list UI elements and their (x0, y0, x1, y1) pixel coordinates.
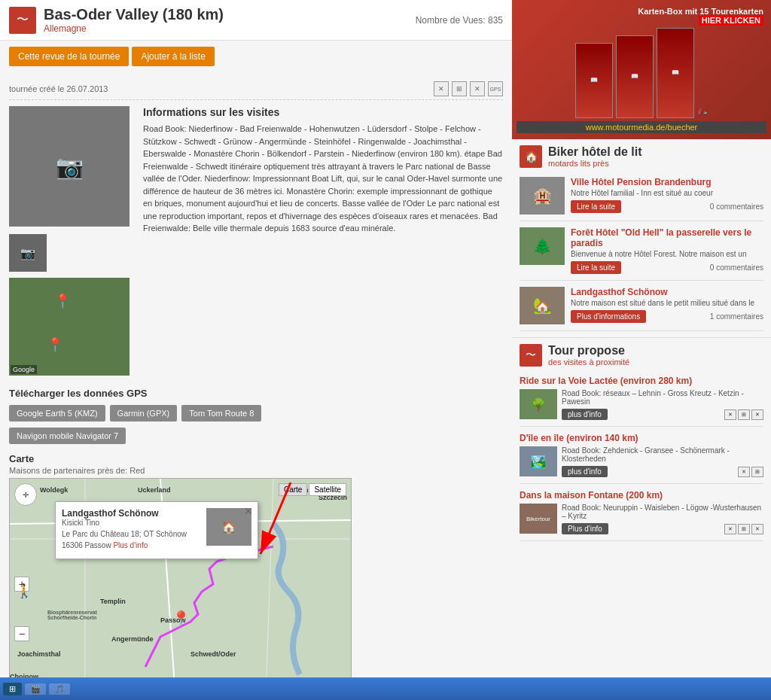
biker-hotel-title: Biker hôtel de lit (548, 145, 641, 159)
views-label: Nombre de Vues: (416, 15, 486, 26)
popup-more-link[interactable]: Plus d'info (113, 541, 148, 549)
tour-created-label: tournée créé le 26.07.2013 (9, 84, 108, 93)
tour-link-title-1[interactable]: Ride sur la Voie Lactée (environ 280 km) (520, 376, 763, 386)
gps-btn-navigon[interactable]: Navigon mobile Navigator 7 (9, 428, 126, 444)
biker-hotel-icon: 🏠 (520, 145, 542, 168)
tour-icon-e: ⊞ (751, 467, 763, 477)
ad-subtitle: Karten-Box mit 15 Tourenkarten HIER KLIC… (517, 7, 766, 25)
hotel-comments-3: 1 commentaires (710, 312, 763, 321)
hotel-item-1: 🏨 Ville Hôtel Pension Brandenburg Notre … (520, 171, 763, 221)
views-count: 835 (488, 15, 503, 26)
popup-contact: Kisicki Tino (62, 519, 202, 527)
gps-btn-kmz[interactable]: Google Earth 5 (KMZ) (9, 405, 105, 422)
hotel-name-2[interactable]: Forêt Hôtel "Old Hell" la passerelle ver… (571, 227, 763, 248)
hotel-thumb-2: 🌲 (520, 227, 565, 265)
taskbar: ⊞ 🎬 🎵 (0, 677, 771, 700)
tour-link-2: D'île en île (environ 140 km) 🏞️ Road Bo… (520, 427, 763, 484)
review-button[interactable]: Cette revue de la tournée (9, 47, 129, 66)
map-info-popup: ✕ Landgasthof Schönow Kisicki Tino Le Pa… (55, 501, 258, 559)
tour-propose-icon: 〜 (520, 344, 542, 367)
gps-btn-gpx[interactable]: Garmin (GPX) (110, 405, 178, 422)
map-thumbnail[interactable]: 📍 📍 Google (9, 278, 130, 376)
tour-icon-2: ⊞ (452, 81, 467, 96)
main-photo: 📷 (9, 106, 130, 227)
map-zoom-out[interactable]: − (14, 626, 29, 641)
tour-created-bar: tournée créé le 26.07.2013 ✕ ⊞ ✕ GPS (9, 78, 503, 100)
tour-icon-a: ✕ (724, 409, 736, 420)
gps-title: Télécharger les données GPS (9, 388, 503, 399)
biker-hotel-section: 🏠 Biker hôtel de lit motards lits près 🏨… (512, 139, 771, 338)
biker-hotel-subtitle: motards lits près (548, 159, 641, 168)
hotel-comments-2: 0 commentaires (710, 263, 763, 272)
tour-desc-1: Road Book: réseaux – Lehnin - Gross Kreu… (562, 389, 763, 406)
tour-icon-f: ✕ (724, 524, 736, 534)
hotel-thumb-1: 🏨 (520, 177, 565, 215)
info-title: Informations sur les visites (143, 106, 503, 118)
map-label-schwedt: Schwedt/Oder (190, 650, 236, 658)
popup-postal: 16306 Passow Plus d'info (62, 541, 202, 549)
ad-url: www.motourmedia.de/buecher (517, 121, 766, 133)
hotel-name-1[interactable]: Ville Hôtel Pension Brandenburg (571, 177, 763, 187)
tour-icon-h: ✕ (751, 524, 763, 534)
carte-subtitle: Maisons de partenaires près de: Red (9, 466, 503, 475)
popup-hotel-name: Landgasthof Schönow (62, 508, 202, 519)
hotel-btn-2[interactable]: Lire la suite (571, 261, 621, 274)
hotel-desc-2: Bienvenue à notre Hôtel Forest. Notre ma… (571, 250, 763, 258)
carte-section: Carte Maisons de partenaires près de: Re… (9, 450, 503, 699)
tour-icon-b: ⊞ (738, 409, 750, 420)
tour-icon-3: ✕ (470, 81, 485, 96)
hotel-item-3: 🏡 Landgasthof Schönow Notre maison est s… (520, 281, 763, 331)
taskbar-start[interactable]: ⊞ (3, 683, 22, 695)
map-container: Carte Satellite ✛ + − 🚶 📍 (9, 478, 352, 696)
tour-btn-1[interactable]: plus d'info (562, 409, 608, 420)
map-label-biosphere: BiosphärenreservatSchorfheide-Chorin (47, 610, 97, 620)
tour-link-title-2[interactable]: D'île en île (environ 140 km) (520, 433, 763, 443)
hotel-comments-1: 0 commentaires (710, 202, 763, 211)
hotel-item-2: 🌲 Forêt Hôtel "Old Hell" la passerelle v… (520, 221, 763, 281)
map-label-templin: Templin (100, 598, 126, 605)
tour-desc-3: Road Book: Neuruppin - Waisleben - Lögow… (562, 504, 763, 520)
tour-link-3: Dans la maison Fontane (200 km) Bikertou… (520, 484, 763, 541)
site-icon: 〜 (9, 7, 36, 34)
map-marker-passow: 📍 (172, 610, 190, 628)
thumb-photo-1[interactable]: 📷 (9, 234, 47, 272)
info-text: Road Book: Niederfinow - Bad Freienwalde… (143, 123, 503, 235)
hotel-desc-1: Notre Hôtel familial - Inn est situé au … (571, 189, 763, 197)
breadcrumb-link[interactable]: Allemagne (44, 23, 87, 34)
tour-icon-1: ✕ (434, 81, 449, 96)
tour-thumb-3: Bikertour (520, 504, 557, 534)
svg-line-7 (261, 482, 291, 554)
map-navigate-control[interactable]: ✛ (14, 483, 37, 506)
map-label-woldegk: Woldegk (40, 486, 68, 494)
popup-close-btn[interactable]: ✕ (244, 505, 253, 517)
taskbar-item-1[interactable]: 🎬 (25, 683, 46, 695)
hotel-thumb-3: 🏡 (520, 287, 565, 324)
tour-propose-title: Tour propose (548, 344, 629, 358)
page-title: Bas-Oder Valley (180 km) (44, 6, 224, 23)
gps-section: Télécharger les données GPS Google Earth… (9, 382, 503, 450)
ad-cta: HIER KLICKEN (699, 15, 763, 26)
tour-btn-3[interactable]: Plus d'info (562, 523, 608, 534)
tour-btn-2[interactable]: plus d'info (562, 466, 608, 477)
tour-propose-subtitle: des visites à proximité (548, 358, 629, 367)
tour-link-1: Ride sur la Voie Lactée (environ 280 km)… (520, 370, 763, 427)
satellite-btn[interactable]: Satellite (309, 483, 346, 496)
map-person-icon: 🚶 (16, 583, 32, 599)
hotel-name-3[interactable]: Landgasthof Schönow (571, 287, 763, 297)
tour-icon-gps: GPS (488, 81, 503, 96)
taskbar-item-2[interactable]: 🎵 (49, 683, 70, 695)
tour-desc-2: Road Book: Zehdenick - Gransee - Schöner… (562, 446, 763, 463)
tour-thumb-1: 🌳 (520, 389, 557, 419)
ad-banner[interactable]: Karten-Box mit 15 Tourenkarten HIER KLIC… (512, 0, 771, 139)
map-label-angermunde: Angermünde (111, 635, 154, 643)
tour-propose-section: 〜 Tour propose des visites à proximité R… (512, 338, 771, 547)
hotel-desc-3: Notre maison est situé dans le petit mil… (571, 299, 763, 307)
carte-title: Carte (9, 453, 503, 464)
add-to-list-button[interactable]: Ajouter à la liste (132, 47, 214, 66)
hotel-btn-1[interactable]: Lire la suite (571, 200, 621, 213)
gps-btn-tomtom[interactable]: Tom Tom Route 8 (181, 405, 261, 422)
tour-link-title-3[interactable]: Dans la maison Fontane (200 km) (520, 490, 763, 501)
hotel-btn-3[interactable]: Plus d'informations (571, 310, 646, 323)
tour-thumb-2: 🏞️ (520, 446, 557, 476)
popup-address: Le Parc du Château 18; OT Schönow (62, 530, 202, 538)
